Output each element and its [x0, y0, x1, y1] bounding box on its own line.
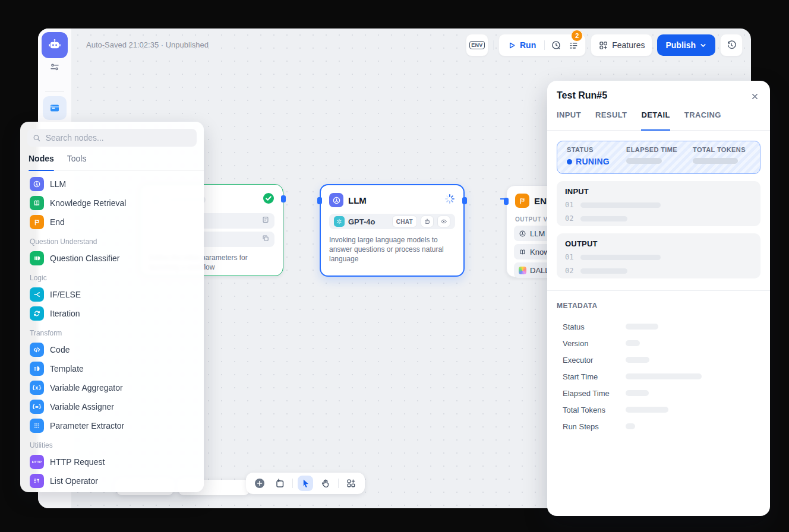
- llm-node[interactable]: LLM GPT-4o CHAT: [320, 184, 465, 277]
- section-question-understand: Question Understand: [30, 238, 194, 246]
- screenshot-stage: Define the initial parameters for launch…: [0, 0, 789, 532]
- run-label: Run: [520, 40, 536, 50]
- metadata-divider: [547, 290, 770, 291]
- env-icon: ENV: [469, 41, 484, 49]
- knowledge-retrieval-icon: [30, 196, 44, 210]
- success-check-icon: [263, 192, 274, 207]
- preferences-sliders-icon[interactable]: [49, 62, 60, 72]
- llm-node-title: LLM: [348, 195, 367, 205]
- dalle-icon: [519, 267, 526, 274]
- question-classifier-icon: [30, 251, 44, 265]
- openai-icon: [334, 216, 345, 227]
- output-line-2: 02: [565, 267, 573, 275]
- end-input-handle[interactable]: [504, 198, 509, 205]
- iteration-icon: [30, 306, 44, 321]
- node-item-http-request[interactable]: HTTP HTTP Request: [27, 452, 197, 471]
- search-icon: [33, 134, 41, 142]
- topbar-divider: [493, 40, 494, 50]
- node-item-list-operator[interactable]: List Operator: [27, 471, 197, 490]
- run-history-button[interactable]: [551, 40, 562, 51]
- node-item-parameter-extractor[interactable]: Parameter Extractor: [27, 416, 197, 435]
- pointer-mode-button[interactable]: [298, 476, 313, 491]
- add-node-button[interactable]: [252, 476, 267, 491]
- input-card-title: INPUT: [565, 187, 760, 196]
- start-output-handle[interactable]: [281, 195, 286, 202]
- node-item-code[interactable]: Code: [27, 340, 197, 359]
- tab-nodes[interactable]: Nodes: [29, 154, 54, 170]
- add-note-button[interactable]: [272, 476, 288, 491]
- tab-detail[interactable]: DETAIL: [641, 110, 670, 130]
- output-card-title: OUTPUT: [565, 239, 760, 248]
- status-label: STATUS: [567, 146, 626, 153]
- output-line-1: 01: [565, 253, 573, 261]
- preview-window-button[interactable]: [43, 96, 67, 120]
- node-item-template[interactable]: Template: [27, 359, 197, 378]
- features-icon: [598, 40, 608, 50]
- llm-output-handle[interactable]: [462, 197, 467, 204]
- toolbar-divider-2: [338, 479, 339, 488]
- output-skeleton-1: [580, 255, 661, 260]
- input-skeleton-2: [580, 216, 627, 221]
- list-operator-icon: [30, 474, 44, 488]
- publish-button[interactable]: Publish: [657, 34, 715, 56]
- canvas-toolbar: [246, 473, 365, 494]
- node-list: LLM Knowledge Retrieval End Question Und…: [20, 171, 204, 492]
- node-panel-tabs: Nodes Tools: [20, 154, 204, 171]
- close-icon[interactable]: [747, 89, 762, 103]
- llm-node-icon: [329, 193, 343, 207]
- node-item-if-else[interactable]: IF/ELSE: [27, 285, 197, 304]
- loading-spinner-icon: [444, 194, 455, 207]
- version-history-button[interactable]: [720, 34, 743, 56]
- organize-nodes-button[interactable]: [343, 476, 359, 491]
- llm-node-description: Invoking large language models to answer…: [329, 235, 453, 264]
- app-robot-icon[interactable]: [42, 32, 68, 58]
- publish-label: Publish: [665, 40, 696, 50]
- features-button[interactable]: Features: [591, 34, 652, 56]
- end-var-llm-name: LLM: [530, 229, 545, 238]
- search-box[interactable]: [27, 129, 197, 147]
- output-card: OUTPUT 01 02: [557, 233, 760, 278]
- meta-row-elapsed-time: Elapsed Time: [563, 385, 760, 401]
- llm-icon: [30, 177, 44, 191]
- node-item-question-classifier[interactable]: Question Classifier: [27, 249, 197, 268]
- status-card: STATUS RUNING ELAPSED TIME TOTAL TOKENS: [557, 141, 760, 174]
- tab-input[interactable]: INPUT: [557, 110, 581, 130]
- status-value: RUNING: [567, 157, 626, 166]
- llm-node-header: LLM: [321, 185, 463, 211]
- meta-row-start-time: Start Time: [563, 368, 760, 385]
- end-icon: [30, 215, 44, 229]
- node-item-variable-aggregator[interactable]: {x} Variable Aggregator: [27, 378, 197, 397]
- llm-input-handle[interactable]: [317, 197, 322, 204]
- env-button[interactable]: ENV: [466, 34, 488, 56]
- input-skeleton-1: [580, 202, 661, 208]
- llm-model-name: GPT-4o: [348, 217, 375, 226]
- test-run-panel: Test Run#5 INPUT RESULT DETAIL TRACING S…: [547, 81, 770, 516]
- node-search-panel: Nodes Tools LLM Knowledge Retrieval End …: [20, 122, 204, 492]
- tab-tools[interactable]: Tools: [67, 154, 87, 170]
- node-item-llm[interactable]: LLM: [27, 175, 197, 194]
- hand-mode-button[interactable]: [318, 476, 333, 491]
- tab-tracing[interactable]: TRACING: [684, 110, 721, 130]
- toolbar-divider: [292, 479, 293, 488]
- history-icon: [726, 40, 737, 50]
- llm-model-row[interactable]: GPT-4o CHAT: [329, 214, 455, 229]
- chat-mode-badge: CHAT: [392, 216, 417, 227]
- run-button[interactable]: Run: [505, 40, 538, 50]
- vision-eye-icon: [437, 216, 450, 227]
- section-utilities: Utilities: [30, 441, 194, 449]
- if-else-icon: [30, 287, 44, 302]
- node-item-iteration[interactable]: Iteration: [27, 304, 197, 323]
- meta-row-total-tokens: Total Tokens: [563, 401, 760, 418]
- sidebar-divider: [45, 91, 64, 92]
- node-item-variable-assigner[interactable]: {=} Variable Assigner: [27, 397, 197, 416]
- search-input[interactable]: [45, 132, 191, 143]
- tab-result[interactable]: RESULT: [595, 110, 627, 130]
- node-item-end[interactable]: End: [27, 213, 197, 232]
- input-line-1: 01: [565, 201, 573, 209]
- node-item-knowledge-retrieval[interactable]: Knowledge Retrieval: [27, 194, 197, 213]
- template-icon: [30, 362, 44, 376]
- test-run-title: Test Run#5: [557, 90, 607, 101]
- metadata-rows: Status Version Executor Start Time Elaps…: [563, 318, 760, 435]
- http-request-icon: HTTP: [30, 455, 44, 469]
- paragraph-icon: [261, 216, 270, 226]
